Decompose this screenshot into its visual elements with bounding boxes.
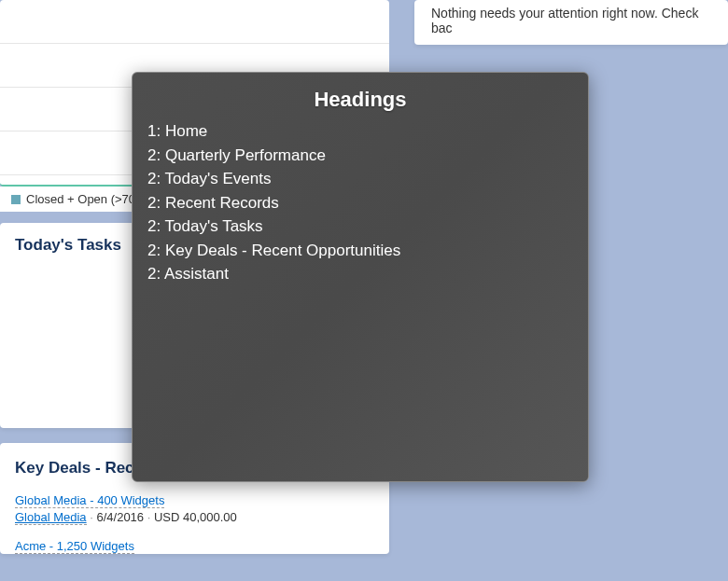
- deal-meta: Global Media · 6/4/2016 · USD 40,000.00: [15, 510, 374, 524]
- heading-item[interactable]: 2: Today's Tasks: [147, 214, 573, 239]
- assistant-text: Nothing needs your attention right now. …: [431, 6, 698, 35]
- headings-overlay: Headings 1: Home 2: Quarterly Performanc…: [132, 72, 589, 482]
- deal-name-link[interactable]: Global Media - 400 Widgets: [15, 493, 164, 508]
- deal-row: Global Media - 400 Widgets Global Media …: [15, 491, 374, 524]
- headings-list: 1: Home 2: Quarterly Performance 2: Toda…: [147, 119, 573, 286]
- deal-name-link[interactable]: Acme - 1,250 Widgets: [15, 539, 134, 554]
- deal-amount: USD 40,000.00: [154, 510, 237, 524]
- heading-item[interactable]: 2: Recent Records: [147, 191, 573, 215]
- heading-item[interactable]: 1: Home: [147, 119, 573, 144]
- heading-item[interactable]: 2: Today's Events: [147, 167, 573, 191]
- heading-item[interactable]: 2: Quarterly Performance: [147, 144, 573, 168]
- assistant-card: Nothing needs your attention right now. …: [414, 0, 728, 45]
- heading-item[interactable]: 2: Assistant: [147, 262, 573, 286]
- deal-row: Acme - 1,250 Widgets: [15, 537, 374, 554]
- headings-overlay-title: Headings: [147, 88, 573, 112]
- deal-date: 6/4/2016: [96, 510, 144, 524]
- heading-item[interactable]: 2: Key Deals - Recent Opportunities: [147, 239, 573, 263]
- right-column: Nothing needs your attention right now. …: [414, 0, 728, 45]
- legend-text: Closed + Open (>70: [26, 192, 135, 206]
- deal-account-link[interactable]: Global Media: [15, 510, 87, 525]
- legend-swatch-icon: [11, 195, 21, 204]
